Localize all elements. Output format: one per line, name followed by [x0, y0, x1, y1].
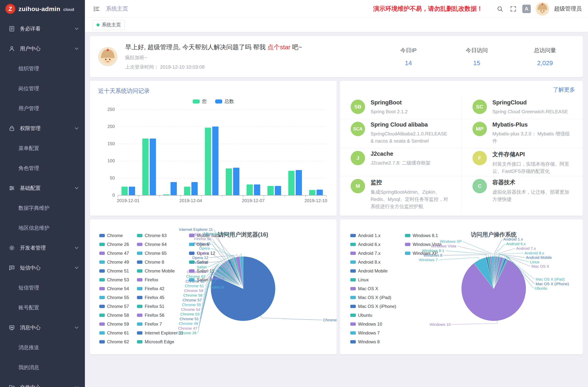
chevron-down-icon	[75, 385, 78, 387]
fontsize-icon[interactable]: A	[522, 5, 531, 13]
learn-more-link[interactable]: 了解更多	[553, 86, 575, 94]
sidebar-subitem-label: 组织管理	[19, 65, 39, 72]
sidebar-subitem[interactable]: 地区信息维护	[0, 218, 85, 238]
greeting-card: 早上好, 超级管理员, 今天帮别人解决问题了吗 帮我 点个star 吧~ 疯狂加…	[90, 36, 583, 77]
sidebar-subitem-label: 用户管理	[19, 105, 39, 112]
sidebar-item-label: 权限管理	[20, 125, 41, 132]
app-logo[interactable]: Z zuihou-admin cloud	[0, 0, 85, 18]
sidebar-item-0[interactable]: 务必详看	[0, 19, 85, 39]
sidebar-subitem-label: 地区信息维护	[19, 224, 49, 231]
user-avatar[interactable]	[536, 2, 549, 16]
charts-row: 近十天系统访问记录 您总数 0501001502002502019-12-012…	[90, 81, 583, 216]
sidebar-item-6[interactable]: 消息中心	[0, 318, 85, 338]
bar-您	[309, 190, 315, 195]
feature-title: SpringCloud	[492, 99, 568, 106]
config-icon	[8, 185, 15, 191]
grid-line	[118, 178, 326, 178]
message-icon	[8, 324, 15, 331]
greeting-message: 早上好, 超级管理员, 今天帮别人解决问题了吗 帮我 点个star 吧~	[125, 43, 302, 51]
sidebar-subitem[interactable]: 用户管理	[0, 99, 85, 119]
visit-chart-card: 近十天系统访问记录 您总数 0501001502002502019-12-012…	[90, 81, 337, 216]
username[interactable]: 超级管理员	[554, 5, 582, 13]
sidebar-item-3[interactable]: 基础配置	[0, 178, 85, 198]
fullscreen-icon[interactable]	[509, 5, 518, 13]
tab-home[interactable]: 系统主页	[93, 20, 125, 30]
sidebar-subitem[interactable]: 岗位管理	[0, 79, 85, 99]
feature-item[interactable]: SBSpringBootSpring Boot 2.1.2	[340, 97, 462, 119]
bar-您	[142, 139, 148, 195]
feature-text: Spring Cloud alibabaSpringCloudAlibaba2.…	[371, 121, 451, 145]
sidebar-subitem[interactable]: 菜单配置	[0, 138, 85, 158]
sidebar-subitem[interactable]: 账号配置	[0, 298, 85, 318]
sidebar-subitem-label: 岗位管理	[19, 85, 39, 92]
pies-row: ChromeChrome 26Chrome 47Chrome 49Chrome …	[90, 219, 583, 354]
feature-item[interactable]: SCSpringCloudSpring Cloud Greenwich.RELE…	[462, 97, 583, 119]
feature-item[interactable]: SCASpring Cloud alibabaSpringCloudAlibab…	[340, 119, 462, 148]
grid-line	[118, 161, 326, 161]
feature-title: Spring Cloud alibaba	[371, 121, 451, 128]
stat-value[interactable]: 14	[393, 60, 424, 67]
feature-item[interactable]: F文件存储API封装文件接口，实现本地存储、阿里云、FastDFS存储的配置化	[462, 148, 583, 176]
feature-badge: SC	[472, 100, 487, 114]
sidebar-subitem[interactable]: 短信管理	[0, 278, 85, 298]
pie-callout-label: Safari	[197, 265, 207, 269]
pie-callout-label: Chrome	[323, 318, 337, 322]
pie-callout-line	[212, 244, 226, 262]
pie-callout-label: Chrome 51	[180, 317, 199, 321]
pie-callout-line	[443, 255, 487, 258]
sidebar-subitem[interactable]: 组织管理	[0, 59, 85, 79]
sidebar-subitem[interactable]: 数据字典维护	[0, 198, 85, 218]
chevron-down-icon	[75, 185, 78, 189]
pie-callout-line	[445, 251, 489, 257]
x-axis-tick	[264, 196, 264, 197]
greeting-motto: 疯狂加班~	[125, 54, 302, 61]
sidebar-item-4[interactable]: 开发者管理	[0, 238, 85, 258]
pie-callout-label: Ubuntu	[535, 286, 547, 290]
feature-title: 文件存储API	[492, 150, 572, 158]
pie-callout-label: Chrome 49	[179, 321, 198, 326]
feature-item[interactable]: M监控集成SpringBootAdmin、Zipkin、Redis、Mysql、…	[340, 176, 462, 213]
grid-line	[118, 109, 326, 110]
features-card: 了解更多 SBSpringBootSpring Boot 2.1.2SCSpri…	[340, 81, 583, 216]
sidebar-item-5[interactable]: 短信中心	[0, 258, 85, 278]
stat-value[interactable]: 2,029	[529, 60, 561, 67]
pie-callout-label: Mac OS X	[531, 264, 549, 268]
pie-callout-label: Chrome 54	[181, 307, 200, 312]
pie-callout-label: Mac OS X (iPad)	[536, 277, 565, 281]
search-icon[interactable]	[496, 5, 504, 13]
bar-总数	[275, 186, 281, 195]
feature-desc: J2cache2.7.8: 二级缓存框架	[371, 159, 431, 166]
breadcrumb[interactable]: 系统主页	[106, 5, 128, 13]
greeting-suffix: 吧~	[290, 43, 302, 51]
x-axis-tick	[243, 196, 243, 197]
feature-badge: C	[472, 179, 487, 193]
feature-badge: MP	[472, 122, 487, 136]
sidebar-subitem[interactable]: 角色管理	[0, 158, 85, 178]
feature-title: 监控	[371, 179, 451, 186]
collapse-menu-icon[interactable]	[92, 5, 101, 13]
content: 早上好, 超级管理员, 今天帮别人解决问题了吗 帮我 点个star 吧~ 疯狂加…	[85, 32, 588, 387]
sidebar-item-1[interactable]: 用户中心	[0, 39, 85, 59]
features-grid: SBSpringBootSpring Boot 2.1.2SCSpringClo…	[340, 97, 583, 213]
sidebar: Z zuihou-admin cloud 务必详看用户中心组织管理岗位管理用户管…	[0, 0, 85, 387]
feature-title: J2cache	[371, 150, 431, 157]
stat-value[interactable]: 15	[461, 60, 492, 67]
x-axis-tick	[118, 196, 118, 197]
feature-text: 容器技术虚拟化容器技术，让迁移、部署更加方便快捷	[492, 179, 572, 203]
feature-item[interactable]: JJ2cacheJ2cache2.7.8: 二级缓存框架	[340, 148, 462, 176]
pie-callout-label: Safari 11	[210, 276, 225, 280]
grid-line	[118, 126, 326, 127]
bar-总数	[191, 182, 198, 195]
feature-text: 文件存储API封装文件接口，实现本地存储、阿里云、FastDFS存储的配置化	[492, 150, 572, 175]
os-chart-card: Android 1.xAndroid 6.xAndroid 7.xAndroid…	[340, 219, 583, 354]
sidebar-item-2[interactable]: 权限管理	[0, 119, 85, 138]
feature-item[interactable]: MPMybatis-PlusMybatis-plus 3.2.0： Mybati…	[462, 119, 583, 148]
feature-badge: M	[351, 179, 365, 193]
feature-item[interactable]: C容器技术虚拟化容器技术，让迁移、部署更加方便快捷	[462, 176, 583, 213]
sidebar-item-7[interactable]: 文件中心	[0, 377, 85, 387]
bar-总数	[170, 182, 177, 195]
stats-row: 今日IP14今日访问15总访问量2,029	[393, 47, 583, 67]
sidebar-subitem[interactable]: 消息推送	[0, 338, 85, 357]
star-link[interactable]: 点个star	[267, 43, 291, 51]
sidebar-subitem[interactable]: 我的消息	[0, 357, 85, 377]
